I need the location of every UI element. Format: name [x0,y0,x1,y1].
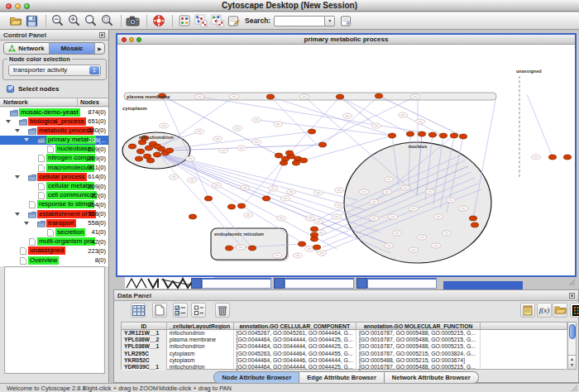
tab-node-attribute-browser[interactable]: Node Attribute Browser [213,371,299,384]
network-node[interactable] [225,246,232,251]
network-node[interactable] [275,153,282,158]
network-node[interactable] [563,155,571,160]
table-cell[interactable]: [GO:0045263, GO:0044464, GO:0044455, G..… [234,351,356,357]
network-node[interactable] [471,222,478,227]
tree-row[interactable]: response to stimul264(0) [0,200,108,209]
birds-eye-view[interactable] [4,266,105,374]
region-nucleus[interactable] [344,142,491,263]
tree-row[interactable]: cellular process614(0) [0,172,108,181]
network-node[interactable] [450,133,457,138]
tree-row[interactable]: cell communicat22(0) [0,191,108,200]
table-cell[interactable]: plasma membrane [167,337,234,343]
tab-scroll-right-icon[interactable]: ▶ [95,43,104,54]
table-row[interactable]: YPL036W__2plasma membrane[GO:0044464, GO… [122,337,567,343]
table-cell[interactable]: mitochondrion [167,364,234,370]
network-node[interactable] [135,156,142,161]
network-node[interactable] [299,158,307,163]
import-attributes-icon[interactable] [553,303,567,318]
column-header[interactable]: annotation.GO MOLECULAR_FUNCTION [356,323,481,329]
table-cell[interactable]: cytoplasm [167,357,234,364]
table-cell[interactable]: [GO:0016787, GO:0005488, GO:0005215, G..… [356,343,481,350]
network-node[interactable] [146,158,154,163]
snapshot-camera-icon[interactable] [126,14,140,28]
network-node[interactable] [459,134,467,139]
tree-expander-icon[interactable] [24,222,29,225]
zoom-in-icon[interactable] [67,14,81,28]
background-window-fragment[interactable] [356,278,367,289]
network-node[interactable] [428,132,436,137]
network-node[interactable] [469,216,476,221]
tree-row[interactable]: primary metabo209(... [0,136,108,145]
save-icon[interactable] [25,14,39,28]
network-node[interactable] [204,196,212,201]
region-plasma-membrane[interactable] [124,93,496,100]
network-node[interactable] [128,144,136,149]
background-window-fragment[interactable] [285,278,354,289]
zoom-fit-icon[interactable] [84,14,98,28]
network-node[interactable] [336,94,343,99]
background-window-fragment[interactable] [202,278,271,289]
network-node[interactable] [318,142,326,147]
table-row[interactable]: YKR052Ccytoplasm[GO:0044464, GO:0044446,… [122,357,567,364]
column-header[interactable]: annotation.GO CELLULAR_COMPONENT [234,323,356,329]
table-cell[interactable]: [GO:0005488, GO:0005215, GO:0003674] [356,357,481,364]
table-cell[interactable]: mitochondrion [167,343,234,350]
tree-expander-icon[interactable] [15,213,20,216]
network-canvas[interactable]: plasma membranecytoplasmmitochondrionnuc… [117,45,575,275]
unselect-attributes-icon[interactable] [191,303,206,318]
tree-expander-icon[interactable] [15,129,20,132]
network-node[interactable] [237,203,245,208]
table-cell[interactable]: [GO:0044464, GO:0044446, GO:0044444, G..… [234,357,356,364]
column-header[interactable] [481,323,567,329]
table-cell[interactable]: [GO:0016787, GO:0005488, GO:0005215, G..… [356,364,481,370]
tree-header-nodes[interactable]: Nodes [80,98,99,107]
network-node[interactable] [165,148,173,153]
background-window-fragment[interactable] [443,281,523,289]
table-cell[interactable]: [GO:0044464, GO:0044444, GO:0044425, G..… [234,343,356,350]
help-lifering-icon[interactable] [151,14,165,28]
table-scrollbar[interactable]: ▲▼ [567,322,577,370]
new-attribute-icon[interactable] [152,303,167,318]
table-cell[interactable] [481,343,567,350]
tree-row[interactable]: multi-organism pro42(0) [0,237,108,246]
row-id-cell[interactable]: YPL036W__2 [122,337,167,343]
table-cell[interactable]: [GO:0016787, GO:0005488, GO:0005215, G..… [356,337,481,343]
vizmapper-icon[interactable] [227,14,241,28]
table-row[interactable]: YPL036W__1mitochondrion[GO:0044464, GO:0… [122,343,567,350]
network-window-titlebar[interactable]: primary metabolic process [117,35,575,45]
tree-row[interactable]: metabolic process280(0) [0,126,108,135]
open-file-icon[interactable] [8,14,22,28]
scroll-up-icon[interactable]: ▲ [570,356,574,362]
notepad-icon[interactable] [520,303,535,318]
tree-expander-icon[interactable] [24,138,29,141]
column-header[interactable]: ID [122,323,167,329]
network-node[interactable] [308,129,315,134]
tree-row[interactable]: transport558(0) [0,218,108,227]
network-node[interactable] [262,196,270,201]
tree-row[interactable]: mosaic-demo-yeast874(0) [0,108,108,117]
layout-nodes-b-icon[interactable] [210,14,224,28]
table-row[interactable]: YDR039C__1mitochondrion[GO:0044464, GO:0… [122,364,567,370]
network-node[interactable] [548,155,556,160]
tree-header-network[interactable]: Network [3,98,28,107]
search-input[interactable] [274,16,325,26]
table-cell[interactable] [481,357,567,364]
network-node[interactable] [153,144,160,149]
tree-expander-icon[interactable] [15,175,20,179]
tree-row[interactable]: Overview8(0) [0,256,108,265]
table-cell[interactable]: [GO:0045267, GO:0045261, GO:0044464, G..… [234,330,356,337]
network-node[interactable] [280,160,287,165]
tree-row[interactable]: cellular metabo209(0) [0,182,108,191]
tree-row[interactable]: establishment of lo558(0) [0,209,108,218]
search-dropdown-icon[interactable]: ▼ [325,16,335,26]
tree-row[interactable]: macromolecule311(0) [0,163,108,172]
row-id-cell[interactable]: YLR295C [122,351,167,357]
network-node[interactable] [310,237,318,241]
network-node[interactable] [266,94,274,99]
network-node[interactable] [406,131,414,136]
tree-row[interactable]: unassigned223(0) [0,246,108,256]
float-panel-icon[interactable] [569,293,575,299]
window-resize-grip[interactable] [567,278,576,286]
table-cell[interactable] [481,330,567,337]
tree-row[interactable]: biological_process651(0) [0,117,108,126]
